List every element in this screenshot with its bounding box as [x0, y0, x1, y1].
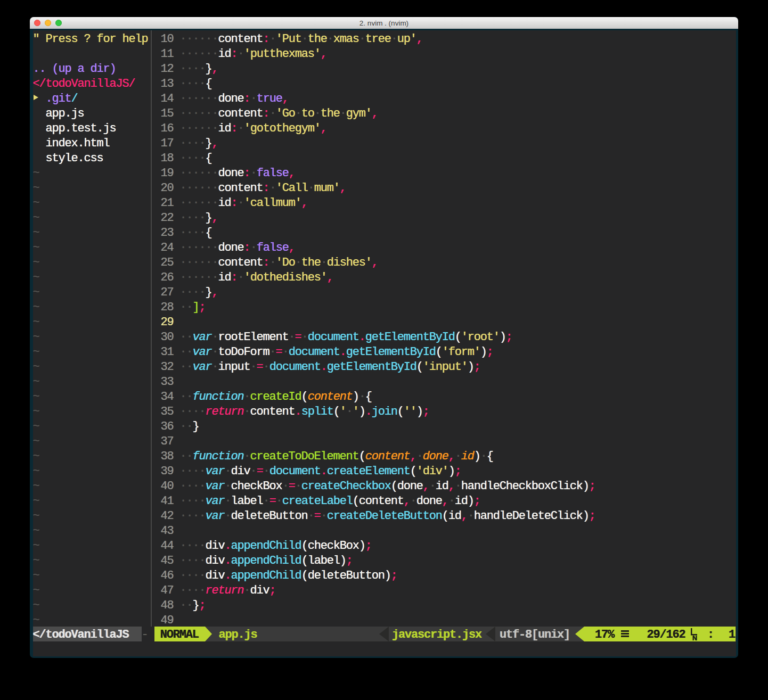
svg-text:N: N — [692, 634, 697, 641]
